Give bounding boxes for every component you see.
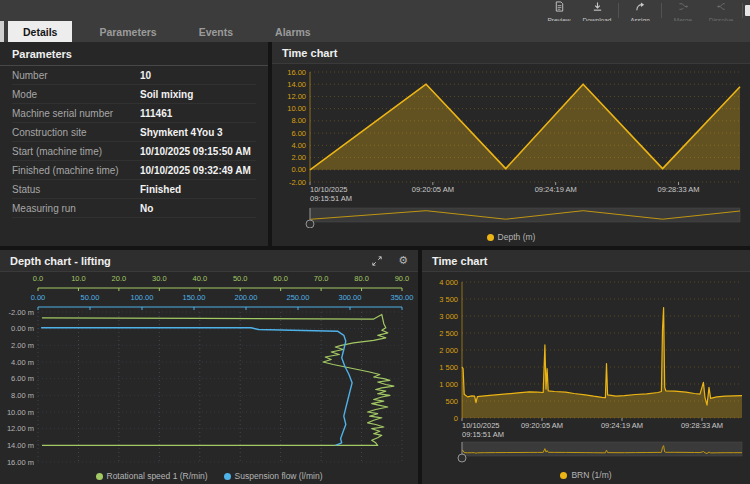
legend-label: Depth (m) (498, 232, 536, 242)
param-label: Number (12, 70, 140, 81)
svg-text:0.0: 0.0 (33, 274, 43, 283)
svg-text:1 500: 1 500 (439, 363, 458, 372)
suspension-flow-series-dot (224, 473, 231, 480)
svg-text:60.0: 60.0 (273, 274, 288, 283)
depth-chart-title: Depth chart - lifting (10, 255, 111, 267)
depth-chart-canvas[interactable]: -2.00 m0.00 m2.00 m4.00 m6.00 m8.00 m10.… (0, 272, 418, 468)
rotational-speed-series-dot (96, 473, 103, 480)
tab-parameters[interactable]: Parameters (84, 21, 171, 42)
tab-events[interactable]: Events (184, 21, 248, 42)
svg-text:10/10/202509:15:51 AM: 10/10/202509:15:51 AM (462, 421, 504, 439)
time-chart-top-canvas[interactable]: 16.0014.0012.0010.008.006.004.002.000.00… (272, 64, 750, 228)
tab-alarms-label: Alarms (275, 26, 311, 38)
time-chart-top-title: Time chart (282, 47, 337, 59)
param-label: Start (machine time) (12, 146, 140, 157)
param-label: Construction site (12, 127, 140, 138)
tab-parameters-label: Parameters (99, 26, 156, 38)
dissolve-icon (716, 0, 727, 16)
svg-text:4.00: 4.00 (291, 141, 306, 150)
svg-text:10.0: 10.0 (71, 274, 86, 283)
param-row-start: Start (machine time) 10/10/2025 09:15:50… (12, 142, 256, 161)
legend-item-brn[interactable]: BRN (1/m) (560, 470, 611, 480)
svg-text:4.00 m: 4.00 m (11, 358, 34, 367)
svg-text:2.00: 2.00 (291, 153, 306, 162)
expand-icon[interactable] (372, 252, 382, 270)
svg-text:70.0: 70.0 (314, 274, 329, 283)
svg-text:10.00: 10.00 (287, 104, 306, 113)
svg-text:12.00 m: 12.00 m (7, 424, 34, 433)
time-chart-top-legend: Depth (m) (272, 228, 750, 246)
toolbar-divider (742, 3, 743, 18)
tab-alarms[interactable]: Alarms (260, 21, 326, 42)
cropped-toolbar-button[interactable] (745, 0, 750, 21)
toolbar: Preview Download Assign Merge Diss (0, 0, 750, 21)
tab-bar: Details Parameters Events Alarms (0, 21, 750, 42)
assign-button[interactable]: Assign (621, 0, 659, 21)
svg-text:0.00: 0.00 (291, 165, 306, 174)
svg-text:150.00: 150.00 (183, 293, 206, 302)
download-button[interactable]: Download (578, 0, 616, 21)
svg-text:0.00 m: 0.00 m (11, 324, 34, 333)
param-row-measuring-run: Measuring run No (12, 199, 256, 218)
assign-icon (635, 0, 646, 16)
time-chart-bottom-header: Time chart (422, 250, 750, 272)
svg-text:30.0: 30.0 (152, 274, 167, 283)
tab-details-label: Details (23, 26, 57, 38)
svg-text:0.00: 0.00 (31, 293, 46, 302)
parameters-panel-header: Parameters (0, 42, 268, 66)
gear-icon[interactable]: ⚙ (398, 255, 408, 266)
svg-text:14.00 m: 14.00 m (7, 441, 34, 450)
param-row-site: Construction site Shymkent 4You 3 (12, 123, 256, 142)
param-value: Finished (140, 184, 181, 195)
param-row-mode: Mode Soil mixing (12, 85, 256, 104)
param-value: Shymkent 4You 3 (140, 127, 223, 138)
svg-text:16.00: 16.00 (287, 68, 306, 77)
tab-bar-edge (0, 21, 4, 42)
merge-icon (678, 0, 689, 16)
svg-text:10/10/202509:15:51 AM: 10/10/202509:15:51 AM (310, 185, 352, 203)
time-chart-top-panel: Time chart 16.0014.0012.0010.008.006.004… (272, 42, 750, 246)
svg-text:12.00: 12.00 (287, 92, 306, 101)
dissolve-button[interactable]: Dissolve (702, 0, 740, 21)
param-row-number: Number 10 (12, 66, 256, 85)
param-label: Finished (machine time) (12, 165, 140, 176)
svg-text:16.00 m: 16.00 m (7, 458, 34, 467)
time-chart-bottom-panel: Time chart 4 0003 5003 0002 5002 0001 50… (422, 250, 750, 484)
param-value: 10/10/2025 09:15:50 AM (140, 146, 251, 157)
time-chart-top-header: Time chart (272, 42, 750, 64)
tab-events-label: Events (199, 26, 233, 38)
legend-label: Suspension flow (l/min) (235, 471, 323, 481)
svg-text:2 500: 2 500 (439, 329, 458, 338)
preview-icon (554, 0, 565, 16)
svg-text:-2.00: -2.00 (289, 178, 306, 187)
legend-item-depth[interactable]: Depth (m) (487, 232, 536, 242)
svg-text:200.00: 200.00 (235, 293, 258, 302)
legend-item-rotational-speed[interactable]: Rotational speed 1 (R/min) (96, 471, 208, 481)
preview-button[interactable]: Preview (540, 0, 578, 21)
svg-text:3 000: 3 000 (439, 312, 458, 321)
param-row-serial: Machine serial number 111461 (12, 104, 256, 123)
tab-details[interactable]: Details (8, 21, 72, 42)
svg-text:90.0: 90.0 (395, 274, 410, 283)
svg-text:80.0: 80.0 (354, 274, 369, 283)
param-value: No (140, 203, 153, 214)
svg-text:09:24:19 AM: 09:24:19 AM (601, 421, 643, 430)
svg-text:-2.00 m: -2.00 m (9, 308, 34, 317)
svg-text:250.00: 250.00 (287, 293, 310, 302)
depth-series-dot (487, 234, 494, 241)
svg-text:3 500: 3 500 (439, 295, 458, 304)
param-label: Machine serial number (12, 108, 140, 119)
time-chart-bottom-canvas[interactable]: 4 0003 5003 0002 5002 0001 5001 00050001… (422, 272, 750, 466)
svg-text:0: 0 (454, 414, 458, 423)
legend-item-suspension-flow[interactable]: Suspension flow (l/min) (224, 471, 323, 481)
download-icon (592, 0, 603, 16)
merge-button[interactable]: Merge (664, 0, 702, 21)
svg-text:50.0: 50.0 (233, 274, 248, 283)
svg-text:09:20:05 AM: 09:20:05 AM (521, 421, 563, 430)
legend-label: Rotational speed 1 (R/min) (107, 471, 208, 481)
svg-text:500: 500 (445, 397, 458, 406)
param-row-finished: Finished (machine time) 10/10/2025 09:32… (12, 161, 256, 180)
svg-text:4 000: 4 000 (439, 278, 458, 287)
toolbar-divider (661, 3, 662, 18)
svg-text:8.00: 8.00 (291, 116, 306, 125)
